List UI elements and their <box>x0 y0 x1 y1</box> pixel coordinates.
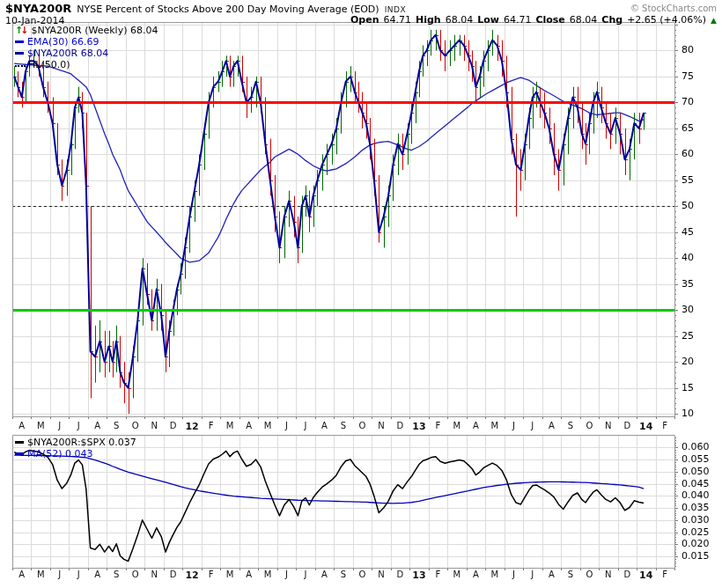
price-line-swatch-icon <box>15 52 24 55</box>
month-label: O <box>132 421 139 430</box>
ma-line-swatch-icon <box>15 452 24 455</box>
month-label: D <box>397 421 404 430</box>
legend-hl-label: HL(50.0) <box>28 59 70 70</box>
main-y-axis-label: 60 <box>681 148 694 159</box>
month-label: J <box>58 570 61 579</box>
month-label: N <box>605 421 611 430</box>
month-label: J <box>305 570 307 579</box>
stockcharts-copyright: © StockCharts.com <box>630 4 717 13</box>
month-label: D <box>170 421 177 430</box>
month-label: O <box>132 570 139 579</box>
month-label: J <box>77 570 80 579</box>
month-label: N <box>378 570 384 579</box>
main-y-axis-label: 45 <box>681 226 694 238</box>
ema-line-swatch-icon <box>15 40 24 43</box>
main-y-axis-label: 75 <box>681 70 694 82</box>
ratio-y-axis-label: 0.030 <box>681 514 710 526</box>
up-arrow-icon: ▲ <box>711 16 717 25</box>
year-label: 14 <box>639 421 652 432</box>
open-label: Open <box>350 14 379 26</box>
month-label: M <box>453 421 461 430</box>
ratio-chart-legend: $NYA200R:$SPX 0.037 MA(52) 0.043 <box>15 437 136 459</box>
legend-ratio-label: $NYA200R:$SPX 0.037 <box>27 437 136 448</box>
ratio-y-axis-label: 0.050 <box>681 466 710 477</box>
month-label: M <box>491 421 499 430</box>
year-label: 12 <box>185 570 198 581</box>
month-label: A <box>321 421 328 430</box>
month-label: O <box>586 570 593 579</box>
month-label: F <box>209 570 214 579</box>
chg-label: Chg <box>601 14 623 26</box>
exchange-label: INDX <box>385 5 406 14</box>
month-label: F <box>662 570 667 579</box>
month-label: A <box>549 570 555 579</box>
chg-value: +2.65 (+4.06%) <box>627 14 706 26</box>
ratio-y-axis-label: 0.020 <box>681 538 710 549</box>
month-label: D <box>397 570 404 579</box>
month-label: S <box>341 421 346 430</box>
main-y-axis-label: 80 <box>681 44 694 55</box>
month-label: M <box>491 570 499 579</box>
month-label: J <box>531 421 534 430</box>
month-label: J <box>58 421 61 430</box>
legend-symbol-label: $NYA200R (Weekly) 68.04 <box>31 25 158 36</box>
legend-row-ema: EMA(30) 66.69 <box>15 36 158 48</box>
main-y-axis-label: 70 <box>681 96 694 107</box>
ratio-y-axis-label: 0.040 <box>681 489 710 501</box>
year-label: 13 <box>412 570 425 581</box>
ratio-y-axis-label: 0.025 <box>681 526 710 538</box>
ratio-line-swatch-icon <box>15 441 24 444</box>
month-label: F <box>436 570 441 579</box>
legend-row-hl: HL(50.0) <box>15 59 158 70</box>
month-label: O <box>359 570 366 579</box>
main-y-axis-label: 20 <box>681 356 694 367</box>
ohlc-quote-bar: Open 64.71 High 68.04 Low 64.71 Close 68… <box>350 14 717 26</box>
month-label: A <box>321 570 328 579</box>
close-label: Close <box>535 14 564 26</box>
month-label: F <box>436 421 441 430</box>
candles-updown-icon: ↑↓ <box>15 25 26 36</box>
month-label: J <box>512 421 515 430</box>
month-label: M <box>226 570 234 579</box>
main-y-axis-label: 35 <box>681 278 694 290</box>
dotted-line-swatch-icon <box>15 65 26 67</box>
ratio-y-axis-label: 0.055 <box>681 453 710 465</box>
legend-price-label: $NYA200R 68.04 <box>27 48 108 59</box>
month-label: A <box>94 570 100 579</box>
month-label: M <box>453 570 461 579</box>
month-label: J <box>285 570 288 579</box>
month-label: D <box>623 421 630 430</box>
main-y-axis-label: 15 <box>681 382 694 393</box>
month-label: F <box>662 421 667 430</box>
chart-title: NYSE Percent of Stocks Above 200 Day Mov… <box>77 4 379 15</box>
month-label: N <box>378 421 384 430</box>
legend-row-symbol: ↑↓ $NYA200R (Weekly) 68.04 <box>15 25 158 36</box>
main-y-axis-label: 25 <box>681 330 694 342</box>
month-label: A <box>246 570 252 579</box>
chart-header: $NYA200R NYSE Percent of Stocks Above 20… <box>5 2 406 15</box>
month-label: A <box>246 421 252 430</box>
month-label: J <box>77 421 80 430</box>
main-y-axis-label: 10 <box>681 408 694 419</box>
high-value: 68.04 <box>446 14 474 26</box>
month-label: D <box>623 570 630 579</box>
month-label: S <box>341 570 346 579</box>
month-label: M <box>37 570 45 579</box>
month-label: A <box>473 570 479 579</box>
year-label: 13 <box>412 421 425 432</box>
low-value: 64.71 <box>504 14 532 26</box>
month-label: S <box>114 570 119 579</box>
ratio-y-axis-label: 0.035 <box>681 502 710 513</box>
main-y-axis-label: 55 <box>681 174 694 186</box>
month-label: J <box>305 421 307 430</box>
high-label: High <box>416 14 441 26</box>
month-label: S <box>568 570 573 579</box>
month-label: A <box>549 421 555 430</box>
month-label: M <box>37 421 45 430</box>
month-label: N <box>151 421 157 430</box>
main-y-axis-label: 40 <box>681 252 694 263</box>
year-label: 12 <box>185 421 198 432</box>
month-label: A <box>18 421 25 430</box>
month-label: M <box>226 421 234 430</box>
ratio-y-axis-label: 0.045 <box>681 478 710 489</box>
